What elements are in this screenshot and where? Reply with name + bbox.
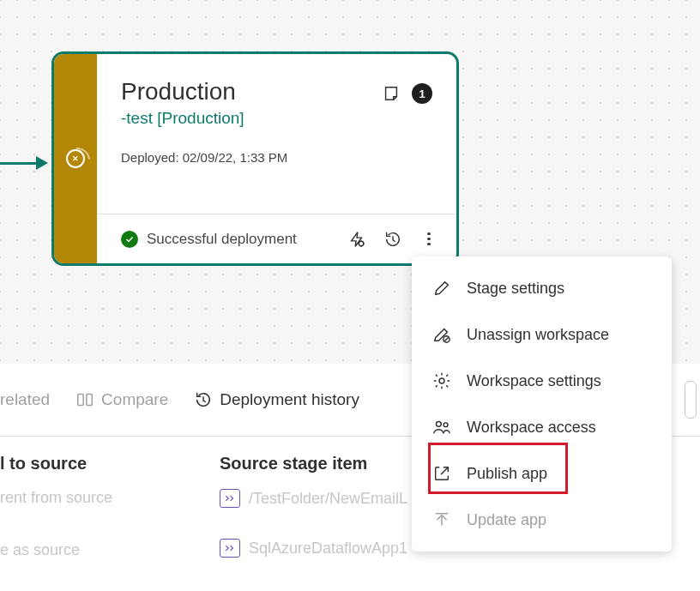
pencil-icon [432,279,451,298]
items-count-badge[interactable]: 1 [412,83,432,104]
stage-title: Production [121,78,381,106]
menu-item-stage-settings[interactable]: Stage settings [412,265,672,311]
workspace-name[interactable]: -test [Production] [121,109,381,128]
deployment-rules-button[interactable] [347,229,367,250]
toolbar-deployment-history[interactable]: Deployment history [194,390,359,409]
svg-rect-6 [87,395,92,406]
toolbar-compare: Compare [75,390,168,409]
success-icon [121,231,138,248]
menu-label: Publish app [467,465,547,483]
toolbar-button-partial[interactable] [685,381,697,419]
compare-row: rent from source [0,489,206,507]
deployment-status: Successful deployment [147,231,297,248]
deployment-history-icon[interactable] [383,229,403,250]
column-header-left: l to source [0,454,206,473]
source-item-name: SqlAzureDataflowApp1 [249,540,407,558]
gear-icon [432,371,451,390]
menu-label: Workspace settings [467,372,601,390]
menu-label: Workspace access [467,419,596,437]
people-icon [432,418,451,437]
menu-item-unassign-workspace[interactable]: Unassign workspace [412,311,672,358]
note-icon[interactable] [381,83,401,104]
svg-point-3 [436,421,441,426]
dataflow-icon [220,489,240,508]
open-external-icon [432,464,451,483]
more-options-button[interactable] [419,229,439,250]
stage-context-menu: Stage settings Unassign workspace Worksp… [412,256,672,552]
svg-point-0 [359,241,364,246]
refresh-error-icon [66,149,85,168]
stage-connector-arrow [0,158,50,168]
menu-label: Unassign workspace [467,326,609,344]
unassign-icon [432,325,451,344]
dataflow-icon [220,539,240,558]
menu-item-update-app: Update app [412,497,672,543]
stage-card-production[interactable]: Production -test [Production] 1 Deployed… [51,51,459,266]
menu-label: Stage settings [467,280,564,298]
toolbar-related: related [0,390,50,409]
stage-card-sidebar [54,54,97,263]
svg-point-2 [439,378,444,383]
source-item-name: /TestFolder/NewEmailL [249,490,407,508]
menu-item-workspace-access[interactable]: Workspace access [412,404,672,450]
svg-rect-5 [78,395,83,406]
svg-point-4 [444,423,448,427]
upload-icon [432,510,451,529]
menu-item-publish-app[interactable]: Publish app [412,450,672,497]
deployed-timestamp: Deployed: 02/09/22, 1:33 PM [97,128,456,165]
menu-item-workspace-settings[interactable]: Workspace settings [412,358,672,404]
compare-row: e as source [0,541,206,559]
menu-label: Update app [467,511,546,529]
